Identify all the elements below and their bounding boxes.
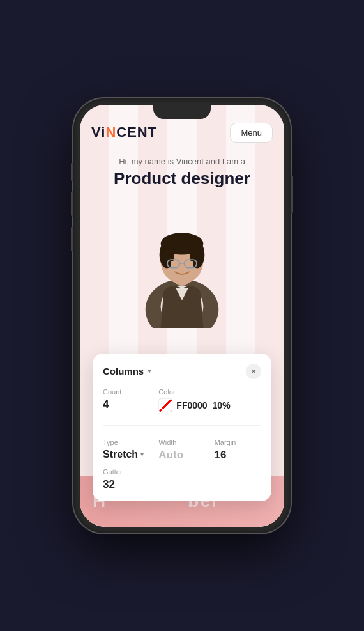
type-value: Stretch (103, 449, 138, 460)
count-field: Count 4 (103, 388, 149, 412)
margin-value[interactable]: 16 (215, 449, 261, 462)
columns-panel: Columns ▾ × Count 4 Color (93, 354, 271, 501)
svg-point-10 (171, 261, 177, 266)
person-svg (131, 194, 233, 328)
menu-button[interactable]: Menu (230, 123, 273, 143)
notch (153, 105, 211, 119)
phone-shell: ViNCENT Menu Hi, my name is Vincent and … (73, 98, 291, 533)
color-opacity-value: 10% (213, 400, 231, 410)
close-button[interactable]: × (246, 364, 261, 379)
width-field: Width Auto (158, 439, 205, 462)
power-button (291, 175, 293, 214)
phone-screen: ViNCENT Menu Hi, my name is Vincent and … (80, 105, 284, 527)
gutter-label: Gutter (103, 468, 149, 476)
panel-header: Columns ▾ × (103, 364, 261, 379)
gutter-field: Gutter 32 (103, 468, 149, 491)
logo-accent: N (105, 124, 116, 140)
hero-subtitle: Hi, my name is Vincent and I am a (93, 157, 271, 166)
count-value[interactable]: 4 (103, 398, 149, 411)
gutter-value[interactable]: 32 (103, 478, 149, 491)
person-area (80, 194, 284, 322)
panel-fields: Count 4 Color FF0000 10% (103, 388, 261, 491)
color-label: Color (158, 388, 261, 396)
color-field: Color FF0000 10% (158, 388, 261, 412)
logo: ViNCENT (91, 124, 157, 141)
width-value[interactable]: Auto (158, 449, 205, 462)
type-field: Type Stretch ▾ (103, 439, 149, 462)
panel-title-text: Columns (103, 366, 144, 377)
svg-point-11 (188, 261, 194, 266)
color-hex-value: FF0000 (176, 400, 207, 410)
chevron-down-icon: ▾ (148, 367, 151, 375)
type-label: Type (103, 439, 149, 446)
margin-field: Margin 16 (215, 439, 261, 462)
panel-divider (103, 425, 261, 426)
panel-title: Columns ▾ (103, 366, 151, 377)
volume-down-button (71, 226, 73, 252)
hero-section: Hi, my name is Vincent and I am a Produc… (80, 150, 284, 189)
color-swatch (158, 398, 172, 412)
type-dropdown[interactable]: Stretch ▾ (103, 449, 149, 460)
type-chevron-icon: ▾ (140, 451, 144, 458)
margin-label: Margin (215, 439, 261, 446)
hero-title: Product designer (93, 169, 271, 189)
person-image (131, 194, 233, 328)
count-label: Count (103, 388, 149, 396)
color-swatch-overlay (159, 399, 172, 412)
width-label: Width (158, 439, 205, 446)
color-value-row[interactable]: FF0000 10% (158, 398, 261, 412)
silent-button (71, 162, 73, 182)
volume-up-button (71, 191, 73, 217)
app-content: ViNCENT Menu Hi, my name is Vincent and … (80, 105, 284, 527)
